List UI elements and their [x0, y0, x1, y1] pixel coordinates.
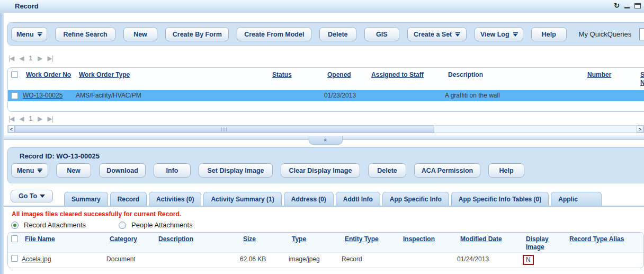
column-header-clipped[interactable]: S N — [640, 71, 644, 87]
column-header-work-order-no[interactable]: Work Order No — [26, 71, 79, 79]
new-label: New — [133, 31, 147, 38]
radio-unselected-icon[interactable] — [119, 222, 126, 229]
attachments-content: All images files cleared successfully fo… — [4, 207, 644, 274]
record-delete-button[interactable]: Delete — [368, 163, 406, 178]
next-page-icon[interactable]: ▶ — [38, 115, 42, 122]
create-from-model-label: Create From Model — [244, 31, 304, 38]
record-menu-button[interactable]: Menu — [11, 163, 48, 178]
page-number: 1 — [29, 55, 33, 62]
tab-address[interactable]: Address (0) — [284, 192, 334, 206]
work-order-no-link[interactable]: WO-13-00025 — [23, 90, 76, 101]
column-header-number[interactable]: Number — [587, 71, 640, 79]
window-titlebar: Record ↻ — [0, 0, 644, 13]
record-attachments-radio[interactable]: Record Attachments — [11, 221, 86, 229]
tab-activity-summary[interactable]: Activity Summary (1) — [203, 192, 281, 206]
prev-page-icon[interactable]: ◀ — [19, 55, 23, 62]
quickqueries-select[interactable] — [639, 28, 644, 40]
row-checkbox[interactable] — [11, 92, 18, 99]
refine-search-button[interactable]: Refine Search — [55, 27, 115, 41]
scrollbar-thumb[interactable] — [15, 126, 434, 132]
scroll-right-icon[interactable]: > — [637, 126, 643, 132]
collapse-panel-button[interactable]: « — [309, 136, 343, 145]
collapse-up-icon: « — [323, 138, 328, 142]
select-all-checkbox[interactable] — [11, 71, 18, 78]
radio-selected-icon[interactable] — [11, 222, 19, 229]
tab-applicant-clipped[interactable]: Applic — [551, 192, 602, 206]
column-header-size[interactable]: Size — [243, 235, 292, 243]
record-help-label: Help — [499, 167, 513, 174]
column-header-inspection[interactable]: Inspection — [403, 235, 460, 243]
attachment-type-radios: Record Attachments People Attachments — [11, 221, 644, 229]
first-page-icon[interactable]: |◀ — [8, 55, 14, 62]
description-cell: A graffiti on the wall — [445, 90, 584, 101]
column-header-type[interactable]: Type — [292, 235, 345, 243]
set-display-image-button[interactable]: Set Display Image — [199, 163, 273, 178]
aca-permission-button[interactable]: ACA Permission — [414, 163, 480, 178]
file-name-link[interactable]: Accela.jpg — [22, 255, 106, 264]
tab-strip: Go To Summary Record Activities (0) Acti… — [0, 189, 644, 207]
refresh-icon[interactable]: ↻ — [614, 2, 620, 9]
record-id-title: Record ID: WO-13-00025 — [8, 148, 644, 160]
view-log-button[interactable]: View Log — [475, 27, 523, 41]
column-header-description[interactable]: Description — [158, 235, 243, 243]
record-help-button[interactable]: Help — [488, 163, 524, 178]
column-header-opened[interactable]: Opened — [327, 71, 371, 79]
column-header-modified-date[interactable]: Modified Date — [460, 235, 526, 243]
tab-addtl-info[interactable]: Addtl Info — [336, 192, 380, 206]
table-row[interactable]: WO-13-00025 AMS/Facility/HVAC/PM 01/23/2… — [8, 90, 644, 101]
column-header-entity-type[interactable]: Entity Type — [345, 235, 403, 243]
column-header-work-order-type[interactable]: Work Order Type — [79, 71, 272, 79]
go-to-button[interactable]: Go To — [11, 190, 53, 202]
record-window: Record ↻ Menu Refine Search New Create B… — [0, 0, 644, 274]
column-header-file-name[interactable]: File Name — [25, 235, 110, 243]
attachment-row-checkbox[interactable] — [11, 255, 18, 262]
info-button[interactable]: Info — [154, 163, 191, 178]
view-log-label: View Log — [480, 31, 509, 38]
maximize-icon[interactable] — [634, 3, 641, 8]
dropdown-arrow-icon — [38, 32, 42, 37]
prev-page-icon[interactable]: ◀ — [19, 115, 23, 122]
gis-button[interactable]: GIS — [364, 27, 399, 41]
status-message: All images files cleared successfully fo… — [12, 210, 644, 218]
scrollbar-track[interactable] — [15, 126, 637, 132]
tab-app-specific-info[interactable]: App Specific Info — [382, 192, 449, 206]
help-button[interactable]: Help — [531, 27, 566, 41]
minimize-icon[interactable] — [624, 3, 630, 8]
attachments-table: File Name Category Description Size Type… — [7, 232, 644, 268]
download-button[interactable]: Download — [99, 163, 146, 178]
scroll-left-icon[interactable]: < — [8, 126, 15, 132]
menu-button[interactable]: Menu — [11, 27, 47, 41]
column-header-assigned-to-staff[interactable]: Assigned to Staff — [371, 71, 448, 79]
download-label: Download — [106, 167, 138, 174]
tab-app-specific-info-tables[interactable]: App Specific Info Tables (0) — [451, 192, 549, 206]
next-page-icon[interactable]: ▶ — [38, 55, 42, 62]
record-detail-panel: Record ID: WO-13-00025 Menu New Download… — [7, 147, 644, 183]
column-header-category[interactable]: Category — [110, 235, 158, 243]
record-attachments-label: Record Attachments — [24, 221, 86, 229]
clipped-header-line2: N — [640, 79, 644, 87]
gis-label: GIS — [376, 31, 388, 38]
create-a-set-button[interactable]: Create a Set — [407, 27, 467, 41]
create-a-set-label: Create a Set — [414, 31, 452, 38]
last-page-icon[interactable]: ▶| — [48, 55, 53, 62]
set-display-image-label: Set Display Image — [208, 167, 264, 174]
people-attachments-radio[interactable]: People Attachments — [119, 221, 193, 229]
tab-summary[interactable]: Summary — [64, 192, 108, 206]
delete-button[interactable]: Delete — [319, 27, 356, 41]
horizontal-scrollbar[interactable]: < > — [7, 125, 644, 133]
create-from-model-button[interactable]: Create From Model — [237, 27, 311, 41]
table-row[interactable]: Accela.jpg Document 62.06 KB image/jpeg … — [8, 253, 643, 266]
tab-record[interactable]: Record — [110, 192, 147, 206]
new-button[interactable]: New — [123, 27, 158, 41]
clear-display-image-button[interactable]: Clear Display Image — [281, 163, 360, 178]
first-page-icon[interactable]: |◀ — [8, 115, 14, 122]
display-image-flag: N — [523, 255, 534, 265]
column-header-status[interactable]: Status — [272, 71, 327, 79]
attachments-select-all-checkbox[interactable] — [11, 235, 18, 242]
record-new-button[interactable]: New — [56, 163, 91, 178]
tab-activities[interactable]: Activities (0) — [149, 192, 201, 206]
column-header-display-image[interactable]: Display Image — [526, 235, 557, 251]
last-page-icon[interactable]: ▶| — [48, 115, 53, 122]
column-header-record-type-alias[interactable]: Record Type Alias — [569, 235, 643, 243]
create-by-form-button[interactable]: Create By Form — [165, 27, 229, 41]
